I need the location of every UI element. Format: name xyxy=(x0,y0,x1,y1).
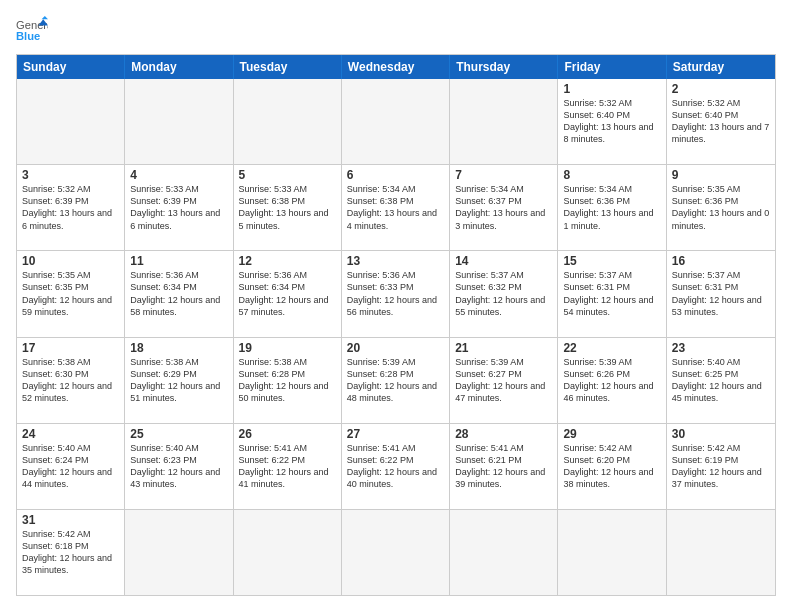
cal-cell-13: 13Sunrise: 5:36 AM Sunset: 6:33 PM Dayli… xyxy=(342,251,450,336)
cal-cell-3: 3Sunrise: 5:32 AM Sunset: 6:39 PM Daylig… xyxy=(17,165,125,250)
day-number: 30 xyxy=(672,427,770,441)
day-number: 29 xyxy=(563,427,660,441)
day-number: 27 xyxy=(347,427,444,441)
cal-cell-24: 24Sunrise: 5:40 AM Sunset: 6:24 PM Dayli… xyxy=(17,424,125,509)
cal-cell-empty xyxy=(450,510,558,595)
cal-cell-empty xyxy=(558,510,666,595)
day-number: 26 xyxy=(239,427,336,441)
day-number: 17 xyxy=(22,341,119,355)
sun-info: Sunrise: 5:38 AM Sunset: 6:30 PM Dayligh… xyxy=(22,356,119,405)
header-day-wednesday: Wednesday xyxy=(342,55,450,79)
day-number: 19 xyxy=(239,341,336,355)
day-number: 3 xyxy=(22,168,119,182)
sun-info: Sunrise: 5:42 AM Sunset: 6:20 PM Dayligh… xyxy=(563,442,660,491)
day-number: 10 xyxy=(22,254,119,268)
header: General Blue xyxy=(16,16,776,44)
header-day-friday: Friday xyxy=(558,55,666,79)
header-day-sunday: Sunday xyxy=(17,55,125,79)
sun-info: Sunrise: 5:38 AM Sunset: 6:29 PM Dayligh… xyxy=(130,356,227,405)
cal-cell-16: 16Sunrise: 5:37 AM Sunset: 6:31 PM Dayli… xyxy=(667,251,775,336)
sun-info: Sunrise: 5:40 AM Sunset: 6:25 PM Dayligh… xyxy=(672,356,770,405)
day-number: 11 xyxy=(130,254,227,268)
calendar-row-1: 3Sunrise: 5:32 AM Sunset: 6:39 PM Daylig… xyxy=(17,164,775,250)
sun-info: Sunrise: 5:40 AM Sunset: 6:24 PM Dayligh… xyxy=(22,442,119,491)
day-number: 5 xyxy=(239,168,336,182)
header-day-monday: Monday xyxy=(125,55,233,79)
calendar-row-2: 10Sunrise: 5:35 AM Sunset: 6:35 PM Dayli… xyxy=(17,250,775,336)
calendar-row-0: 1Sunrise: 5:32 AM Sunset: 6:40 PM Daylig… xyxy=(17,79,775,164)
cal-cell-empty xyxy=(125,510,233,595)
day-number: 28 xyxy=(455,427,552,441)
sun-info: Sunrise: 5:33 AM Sunset: 6:38 PM Dayligh… xyxy=(239,183,336,232)
cal-cell-10: 10Sunrise: 5:35 AM Sunset: 6:35 PM Dayli… xyxy=(17,251,125,336)
logo-icon: General Blue xyxy=(16,16,48,44)
sun-info: Sunrise: 5:37 AM Sunset: 6:32 PM Dayligh… xyxy=(455,269,552,318)
sun-info: Sunrise: 5:41 AM Sunset: 6:22 PM Dayligh… xyxy=(347,442,444,491)
cal-cell-8: 8Sunrise: 5:34 AM Sunset: 6:36 PM Daylig… xyxy=(558,165,666,250)
day-number: 9 xyxy=(672,168,770,182)
sun-info: Sunrise: 5:32 AM Sunset: 6:40 PM Dayligh… xyxy=(672,97,770,146)
cal-cell-20: 20Sunrise: 5:39 AM Sunset: 6:28 PM Dayli… xyxy=(342,338,450,423)
day-number: 7 xyxy=(455,168,552,182)
sun-info: Sunrise: 5:37 AM Sunset: 6:31 PM Dayligh… xyxy=(563,269,660,318)
cal-cell-30: 30Sunrise: 5:42 AM Sunset: 6:19 PM Dayli… xyxy=(667,424,775,509)
cal-cell-2: 2Sunrise: 5:32 AM Sunset: 6:40 PM Daylig… xyxy=(667,79,775,164)
sun-info: Sunrise: 5:34 AM Sunset: 6:37 PM Dayligh… xyxy=(455,183,552,232)
day-number: 13 xyxy=(347,254,444,268)
sun-info: Sunrise: 5:35 AM Sunset: 6:36 PM Dayligh… xyxy=(672,183,770,232)
cal-cell-19: 19Sunrise: 5:38 AM Sunset: 6:28 PM Dayli… xyxy=(234,338,342,423)
day-number: 2 xyxy=(672,82,770,96)
day-number: 8 xyxy=(563,168,660,182)
cal-cell-empty xyxy=(667,510,775,595)
cal-cell-6: 6Sunrise: 5:34 AM Sunset: 6:38 PM Daylig… xyxy=(342,165,450,250)
header-day-saturday: Saturday xyxy=(667,55,775,79)
day-number: 20 xyxy=(347,341,444,355)
sun-info: Sunrise: 5:41 AM Sunset: 6:22 PM Dayligh… xyxy=(239,442,336,491)
cal-cell-22: 22Sunrise: 5:39 AM Sunset: 6:26 PM Dayli… xyxy=(558,338,666,423)
sun-info: Sunrise: 5:42 AM Sunset: 6:19 PM Dayligh… xyxy=(672,442,770,491)
cal-cell-empty xyxy=(125,79,233,164)
calendar-row-4: 24Sunrise: 5:40 AM Sunset: 6:24 PM Dayli… xyxy=(17,423,775,509)
day-number: 21 xyxy=(455,341,552,355)
calendar-row-5: 31Sunrise: 5:42 AM Sunset: 6:18 PM Dayli… xyxy=(17,509,775,595)
day-number: 14 xyxy=(455,254,552,268)
day-number: 24 xyxy=(22,427,119,441)
cal-cell-29: 29Sunrise: 5:42 AM Sunset: 6:20 PM Dayli… xyxy=(558,424,666,509)
svg-marker-2 xyxy=(42,16,48,19)
calendar: SundayMondayTuesdayWednesdayThursdayFrid… xyxy=(16,54,776,596)
page: General Blue SundayMondayTuesdayWednesda… xyxy=(0,0,792,612)
cal-cell-12: 12Sunrise: 5:36 AM Sunset: 6:34 PM Dayli… xyxy=(234,251,342,336)
day-number: 12 xyxy=(239,254,336,268)
day-number: 6 xyxy=(347,168,444,182)
sun-info: Sunrise: 5:34 AM Sunset: 6:38 PM Dayligh… xyxy=(347,183,444,232)
header-day-thursday: Thursday xyxy=(450,55,558,79)
day-number: 31 xyxy=(22,513,119,527)
sun-info: Sunrise: 5:42 AM Sunset: 6:18 PM Dayligh… xyxy=(22,528,119,577)
calendar-header: SundayMondayTuesdayWednesdayThursdayFrid… xyxy=(17,55,775,79)
cal-cell-4: 4Sunrise: 5:33 AM Sunset: 6:39 PM Daylig… xyxy=(125,165,233,250)
cal-cell-5: 5Sunrise: 5:33 AM Sunset: 6:38 PM Daylig… xyxy=(234,165,342,250)
header-day-tuesday: Tuesday xyxy=(234,55,342,79)
day-number: 18 xyxy=(130,341,227,355)
sun-info: Sunrise: 5:36 AM Sunset: 6:34 PM Dayligh… xyxy=(239,269,336,318)
svg-text:Blue: Blue xyxy=(16,30,40,42)
sun-info: Sunrise: 5:37 AM Sunset: 6:31 PM Dayligh… xyxy=(672,269,770,318)
day-number: 15 xyxy=(563,254,660,268)
day-number: 25 xyxy=(130,427,227,441)
cal-cell-17: 17Sunrise: 5:38 AM Sunset: 6:30 PM Dayli… xyxy=(17,338,125,423)
logo: General Blue xyxy=(16,16,54,44)
cal-cell-7: 7Sunrise: 5:34 AM Sunset: 6:37 PM Daylig… xyxy=(450,165,558,250)
sun-info: Sunrise: 5:41 AM Sunset: 6:21 PM Dayligh… xyxy=(455,442,552,491)
cal-cell-empty xyxy=(17,79,125,164)
calendar-row-3: 17Sunrise: 5:38 AM Sunset: 6:30 PM Dayli… xyxy=(17,337,775,423)
cal-cell-21: 21Sunrise: 5:39 AM Sunset: 6:27 PM Dayli… xyxy=(450,338,558,423)
cal-cell-25: 25Sunrise: 5:40 AM Sunset: 6:23 PM Dayli… xyxy=(125,424,233,509)
sun-info: Sunrise: 5:36 AM Sunset: 6:34 PM Dayligh… xyxy=(130,269,227,318)
sun-info: Sunrise: 5:40 AM Sunset: 6:23 PM Dayligh… xyxy=(130,442,227,491)
calendar-body: 1Sunrise: 5:32 AM Sunset: 6:40 PM Daylig… xyxy=(17,79,775,595)
sun-info: Sunrise: 5:32 AM Sunset: 6:40 PM Dayligh… xyxy=(563,97,660,146)
cal-cell-28: 28Sunrise: 5:41 AM Sunset: 6:21 PM Dayli… xyxy=(450,424,558,509)
cal-cell-18: 18Sunrise: 5:38 AM Sunset: 6:29 PM Dayli… xyxy=(125,338,233,423)
cal-cell-14: 14Sunrise: 5:37 AM Sunset: 6:32 PM Dayli… xyxy=(450,251,558,336)
sun-info: Sunrise: 5:33 AM Sunset: 6:39 PM Dayligh… xyxy=(130,183,227,232)
